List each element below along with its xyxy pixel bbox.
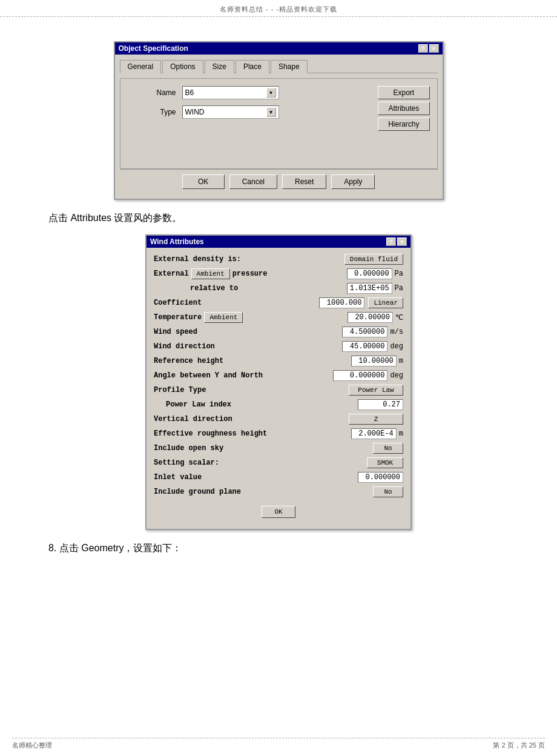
tab-size[interactable]: Size — [205, 60, 234, 73]
attributes-button[interactable]: Attributes — [378, 102, 429, 115]
wind-row-angle: Angle between Y and North 0.000000 deg — [154, 370, 403, 381]
density-label: External density is: — [154, 255, 241, 264]
page-footer: 名师精心整理 第 2 页，共 25 页 — [12, 738, 545, 750]
dialog-title: Object Specification — [119, 44, 188, 53]
wind-help-button[interactable]: ? — [386, 237, 396, 246]
tab-options[interactable]: Options — [162, 60, 203, 73]
page-header: 名师资料总结 - - -精品资料欢迎下载 — [0, 0, 557, 17]
coefficient-label: Coefficient — [154, 299, 202, 307]
powerlaw-button[interactable]: Power Law — [349, 385, 403, 396]
wind-row-vertdirection: Vertical direction Z — [154, 414, 403, 425]
close-button[interactable]: × — [429, 44, 439, 53]
name-dropdown-arrow[interactable]: ▼ — [266, 88, 276, 98]
angle-unit: deg — [390, 371, 403, 380]
help-button[interactable]: ? — [418, 44, 428, 53]
wind-row-scalar: Setting scalar: SMOK — [154, 457, 403, 468]
dialog-inner: Name B6 ▼ Type WIND ▼ — [120, 78, 438, 169]
type-select[interactable]: WIND ▼ — [182, 105, 279, 119]
wind-close-button[interactable]: × — [397, 237, 407, 246]
winddirection-unit: deg — [390, 342, 403, 351]
temperature-value: 20.00000 — [348, 312, 393, 323]
groundplane-button[interactable]: No — [373, 486, 403, 497]
pressure-unit: Pa — [395, 270, 403, 278]
type-dropdown-arrow[interactable]: ▼ — [266, 107, 276, 117]
opensky-label: Include open sky — [154, 444, 223, 453]
footer-left: 名师精心整理 — [12, 741, 52, 750]
angle-value: 0.000000 — [333, 370, 387, 381]
inlet-value: 0.000000 — [358, 472, 403, 483]
wind-dialog-title: Wind Attributes — [150, 237, 204, 246]
footer-right: 第 2 页，共 25 页 — [493, 741, 545, 750]
wind-row-relative: relative to 1.013E+05 Pa — [154, 283, 403, 294]
powerindex-label: Power Law index — [166, 400, 231, 409]
export-button[interactable]: Export — [378, 86, 429, 99]
wind-dialog-titlebar: Wind Attributes ? × — [147, 236, 410, 248]
wind-attributes-dialog: Wind Attributes ? × External density is:… — [145, 234, 412, 530]
domain-fluid-button[interactable]: Domain fluid — [344, 254, 403, 265]
powerindex-value: 0.27 — [358, 399, 403, 410]
scalar-button[interactable]: SMOK — [367, 457, 403, 468]
wind-row-groundplane: Include ground plane No — [154, 486, 403, 497]
ambient-pressure-button[interactable]: Ambient — [191, 268, 230, 279]
refheight-unit: m — [399, 357, 403, 365]
pressure-value: 0.000000 — [347, 268, 392, 279]
wind-row-temperature: Temperature Ambient 20.00000 ℃ — [154, 312, 403, 323]
groundplane-label: Include ground plane — [154, 488, 241, 496]
roughness-unit: m — [399, 429, 403, 438]
apply-button[interactable]: Apply — [331, 174, 375, 189]
wind-row-coefficient: Coefficient 1000.000 Linear — [154, 297, 403, 308]
type-value: WIND — [185, 108, 205, 116]
object-specification-dialog: Object Specification ? × General Options… — [114, 41, 444, 200]
form-fields: Name B6 ▼ Type WIND ▼ — [128, 86, 279, 131]
relative-label: relative to — [190, 284, 238, 293]
cancel-button[interactable]: Cancel — [229, 174, 277, 189]
tab-general[interactable]: General — [120, 60, 162, 73]
wind-row-density: External density is: Domain fluid — [154, 254, 403, 265]
dialog-footer: OK Cancel Reset Apply — [120, 169, 438, 194]
wind-row-roughness: Effective roughness height 2.000E-4 m — [154, 428, 403, 439]
roughness-value: 2.000E-4 — [351, 428, 397, 439]
wind-row-profiletype: Profile Type Power Law — [154, 385, 403, 396]
wind-ok-button[interactable]: OK — [262, 506, 295, 518]
windspeed-label: Wind speed — [154, 328, 197, 336]
wind-footer: OK — [154, 501, 403, 523]
name-select[interactable]: B6 ▼ — [182, 86, 279, 99]
temperature-unit: ℃ — [395, 313, 403, 322]
temperature-label: Temperature — [154, 313, 202, 322]
inlet-label: Inlet value — [154, 473, 202, 482]
annotation-1-text: 点击 Attributes 设置风的参数。 — [48, 213, 182, 223]
wind-row-speed: Wind speed 4.500000 m/s — [154, 327, 403, 337]
wind-row-opensky: Include open sky No — [154, 443, 403, 454]
relative-unit: Pa — [395, 284, 403, 293]
wind-row-powerindex: Power Law index 0.27 — [154, 399, 403, 410]
tabs-bar: General Options Size Place Shape — [120, 59, 438, 73]
refheight-value: 10.00000 — [351, 356, 397, 366]
reset-button[interactable]: Reset — [282, 174, 326, 189]
tab-shape[interactable]: Shape — [271, 60, 308, 73]
ambient-temp-button[interactable]: Ambient — [204, 312, 243, 323]
tab-place[interactable]: Place — [236, 60, 269, 73]
hierarchy-button[interactable]: Hierarchy — [378, 118, 429, 131]
title-buttons: ? × — [418, 44, 439, 53]
dialog-body: General Options Size Place Shape Name B6… — [115, 55, 443, 199]
scalar-label: Setting scalar: — [154, 459, 219, 467]
winddirection-value: 45.00000 — [342, 341, 387, 352]
opensky-button[interactable]: No — [373, 443, 403, 454]
linear-button[interactable]: Linear — [368, 297, 403, 308]
header-text: 名师资料总结 - - -精品资料欢迎下载 — [220, 5, 337, 13]
wind-dialog-body: External density is: Domain fluid Extern… — [147, 248, 410, 529]
annotation-2: 8. 点击 Geometry，设置如下： — [48, 542, 509, 555]
right-buttons: Export Attributes Hierarchy — [378, 86, 429, 131]
external-label: External — [154, 270, 189, 278]
refheight-label: Reference height — [154, 357, 223, 365]
annotation-2-text: 8. 点击 Geometry，设置如下： — [48, 543, 182, 553]
wind-row-pressure: External Ambient pressure 0.000000 Pa — [154, 268, 403, 279]
coefficient-value: 1000.000 — [319, 297, 364, 308]
relative-value: 1.013E+05 — [347, 283, 392, 294]
z-direction-button[interactable]: Z — [349, 414, 403, 425]
wind-row-direction: Wind direction 45.00000 deg — [154, 341, 403, 352]
ok-button[interactable]: OK — [182, 174, 225, 189]
type-row: Type WIND ▼ — [128, 105, 279, 119]
name-value: B6 — [185, 88, 194, 97]
pressure-label: pressure — [232, 270, 268, 278]
